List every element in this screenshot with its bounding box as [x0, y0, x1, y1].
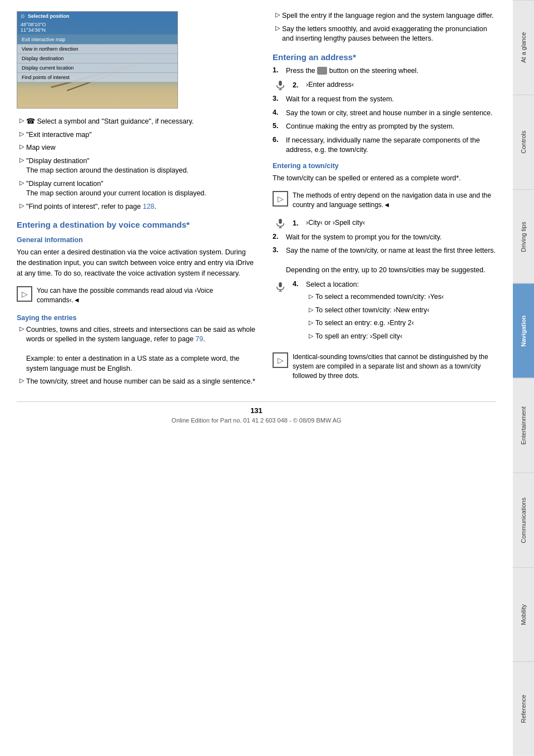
bullet-item-exit: ▷ "Exit interactive map"	[17, 130, 256, 140]
bullet-item-say-letters: ▷ Say the letters smoothly, and avoid ex…	[273, 24, 496, 44]
address-step-3: 3. Wait for a request from the system.	[273, 95, 496, 105]
bullet-item-map: ▷ Map view	[17, 143, 256, 153]
nav-menu-item-view[interactable]: View in northern direction	[17, 45, 177, 54]
mic-icon-3	[273, 281, 288, 292]
tab-reference[interactable]: Reference	[513, 661, 534, 756]
bullet-item-single-sentence: ▷ The town/city, street and house number…	[17, 377, 256, 387]
arrow-icon: ▷	[275, 11, 280, 18]
info-box-text: You can have the possible commands read …	[37, 286, 256, 305]
nav-menu-item-display-loc[interactable]: Display current location	[17, 63, 177, 73]
arrow-icon: ▷	[309, 318, 313, 327]
arrow-icon: ▷	[19, 130, 24, 138]
arrow-icon: ▷	[275, 24, 280, 32]
left-column: ⊙ Selected position 48°08'10"O 11°34'36"…	[17, 11, 256, 390]
identical-box-text: Identical-sounding towns/cities that can…	[293, 352, 496, 380]
info-box-identical: ▷ Identical-sounding towns/cities that c…	[273, 350, 496, 382]
arrow-icon: ▷	[19, 117, 24, 124]
navigation-screen: ⊙ Selected position 48°08'10"O 11°34'36"…	[17, 11, 178, 109]
bullet-item-symbol: ▷ ☎ Select a symbol and "Start guidance"…	[17, 117, 256, 127]
address-step-5: 5. Continue making the entry as prompted…	[273, 122, 496, 132]
sub-bullet-yes: ▷ To select a recommended town/city: ›Ye…	[306, 292, 496, 302]
tab-mobility[interactable]: Mobility	[513, 567, 534, 662]
svg-rect-3	[279, 219, 281, 224]
sub-heading-saying: Saying the entries	[17, 314, 256, 322]
page-footer: 131 Online Edition for Part no. 01 41 2 …	[17, 401, 496, 424]
arrow-icon: ▷	[19, 325, 24, 332]
address-step-2: 2. ›Enter address‹	[273, 80, 496, 91]
svg-rect-6	[279, 282, 281, 287]
arrow-icon: ▷	[19, 179, 24, 186]
arrow-icon: ▷	[309, 332, 313, 340]
arrow-icon: ▷	[19, 377, 24, 384]
town-intro: The town/city can be spelled or entered …	[273, 173, 496, 184]
sub-bullet-spell: ▷ To spell an entry: ›Spell city‹	[306, 332, 496, 342]
info-box-commands: ▷ You can have the possible commands rea…	[17, 284, 256, 307]
town-step-4: 4. Select a location: ▷ To select a reco…	[273, 280, 496, 345]
town-step-3: 3. Say the name of the town/city, or nam…	[273, 246, 496, 276]
arrow-icon: ▷	[19, 143, 24, 150]
arrow-icon: ▷	[19, 202, 24, 209]
page-number: 131	[17, 406, 496, 415]
svg-rect-0	[279, 81, 281, 86]
mic-icon-2	[273, 218, 288, 229]
town-info-box-text: The methods of entry depend on the navig…	[293, 191, 496, 210]
bullet-item-countries: ▷ Countries, towns and cities, streets a…	[17, 325, 256, 374]
nav-menu-item-display-dest[interactable]: Display destination	[17, 54, 177, 63]
arrow-icon: ▷	[309, 292, 313, 301]
tab-at-a-glance[interactable]: At a glance	[513, 0, 534, 95]
address-step-4: 4. Say the town or city, street and hous…	[273, 109, 496, 119]
footer-text: Online Edition for Part no. 01 41 2 603 …	[171, 417, 341, 424]
sub-heading-general: General information	[17, 236, 256, 244]
bullet-item-display-dest: ▷ "Display destination"The map section a…	[17, 156, 256, 176]
bullet-item-find-poi: ▷ "Find points of interest", refer to pa…	[17, 202, 256, 212]
sub-bullet-new: ▷ To select other town/city: ›New entry‹	[306, 306, 496, 316]
general-info-text: You can enter a desired destination via …	[17, 247, 256, 278]
info-triangle-icon-2: ▷	[273, 191, 288, 207]
right-column: ▷ Spell the entry if the language region…	[273, 11, 496, 390]
address-step-1: 1. Press the button on the steering whee…	[273, 66, 496, 76]
side-tabs: At a glance Controls Driving tips Naviga…	[513, 0, 534, 756]
info-triangle-icon-3: ▷	[273, 352, 288, 368]
nav-menu-item-find-poi[interactable]: Find points of interest	[17, 73, 177, 82]
link-128[interactable]: 128	[143, 203, 155, 210]
link-79[interactable]: 79	[195, 335, 203, 343]
section-heading-voice: Entering a destination by voice commands…	[17, 220, 256, 229]
bullet-item-spell: ▷ Spell the entry if the language region…	[273, 11, 496, 21]
sub-heading-town: Entering a town/city	[273, 162, 496, 170]
info-triangle-icon: ▷	[17, 286, 32, 302]
address-step-6: 6. If necessary, individually name the s…	[273, 136, 496, 155]
arrow-icon: ▷	[19, 156, 24, 164]
bullet-item-display-loc: ▷ "Display current location"The map sect…	[17, 179, 256, 199]
tab-navigation[interactable]: Navigation	[513, 283, 534, 378]
tab-entertainment[interactable]: Entertainment	[513, 378, 534, 473]
arrow-icon: ▷	[309, 306, 313, 314]
info-box-town: ▷ The methods of entry depend on the nav…	[273, 189, 496, 212]
town-step-2: 2. Wait for the system to prompt you for…	[273, 233, 496, 243]
mic-icon	[273, 80, 288, 91]
sub-bullet-entry2: ▷ To select an entry: e.g. ›Entry 2‹	[306, 318, 496, 328]
town-step-1: 1. ›City‹ or ›Spell city‹	[273, 218, 496, 229]
nav-menu-item-exit[interactable]: Exit interactive map	[17, 35, 177, 45]
tab-driving-tips[interactable]: Driving tips	[513, 189, 534, 284]
tab-communications[interactable]: Communications	[513, 473, 534, 567]
tab-controls[interactable]: Controls	[513, 95, 534, 189]
section-heading-address: Entering an address*	[273, 52, 496, 62]
